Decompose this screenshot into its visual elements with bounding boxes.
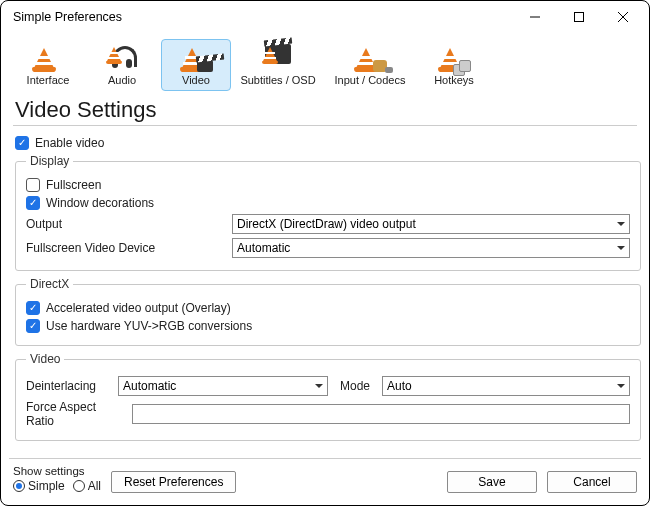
title-bar: Simple Preferences: [1, 1, 649, 33]
fullscreen-device-combobox[interactable]: Automatic: [232, 238, 630, 258]
tab-subtitles[interactable]: Subtitles / OSD: [235, 39, 321, 91]
combo-value: Auto: [387, 379, 412, 393]
deinterlacing-label: Deinterlacing: [26, 379, 112, 393]
jack-icon: [353, 44, 387, 72]
combo-value: Automatic: [123, 379, 176, 393]
maximize-button[interactable]: [557, 2, 601, 32]
enable-video-checkbox[interactable]: Enable video: [15, 136, 641, 150]
mode-label: Mode: [340, 379, 376, 393]
tab-label: Input / Codecs: [328, 74, 412, 86]
tab-interface[interactable]: Interface: [13, 39, 83, 91]
aspect-ratio-input[interactable]: [132, 404, 630, 424]
radio-label: All: [88, 479, 101, 493]
checkbox-label: Window decorations: [46, 196, 154, 210]
category-tabs: Interface Audio Video Subtitles / OSD In…: [1, 33, 649, 91]
video-group: Video Deinterlacing Automatic Mode Auto …: [15, 352, 641, 441]
svg-line-3: [618, 12, 628, 22]
group-legend: Display: [26, 154, 73, 168]
window-decorations-checkbox[interactable]: Window decorations: [26, 196, 630, 210]
clapper-icon: [261, 44, 295, 72]
group-legend: Video: [26, 352, 64, 366]
output-combobox[interactable]: DirectX (DirectDraw) video output: [232, 214, 630, 234]
accelerated-output-checkbox[interactable]: Accelerated video output (Overlay): [26, 301, 630, 315]
tab-video[interactable]: Video: [161, 39, 231, 91]
simple-radio[interactable]: Simple: [13, 479, 65, 493]
minimize-button[interactable]: [513, 2, 557, 32]
yuv-rgb-checkbox[interactable]: Use hardware YUV->RGB conversions: [26, 319, 630, 333]
checkbox-icon: [15, 136, 29, 150]
fullscreen-checkbox[interactable]: Fullscreen: [26, 178, 630, 192]
keycaps-icon: [437, 44, 471, 72]
svg-line-2: [618, 12, 628, 22]
aspect-ratio-label: Force Aspect Ratio: [26, 400, 126, 428]
combo-value: Automatic: [237, 241, 290, 255]
cancel-button[interactable]: Cancel: [547, 471, 637, 493]
chevron-down-icon: [315, 384, 323, 388]
tab-input-codecs[interactable]: Input / Codecs: [325, 39, 415, 91]
radio-icon: [73, 480, 85, 492]
tab-label: Video: [164, 74, 228, 86]
mode-combobox[interactable]: Auto: [382, 376, 630, 396]
chevron-down-icon: [617, 384, 625, 388]
checkbox-icon: [26, 196, 40, 210]
deinterlacing-combobox[interactable]: Automatic: [118, 376, 328, 396]
close-button[interactable]: [601, 2, 645, 32]
divider: [13, 125, 637, 126]
tab-audio[interactable]: Audio: [87, 39, 157, 91]
settings-body[interactable]: Enable video Display Fullscreen Window d…: [1, 132, 649, 458]
fullscreen-device-label: Fullscreen Video Device: [26, 241, 226, 255]
output-label: Output: [26, 217, 226, 231]
checkbox-label: Accelerated video output (Overlay): [46, 301, 231, 315]
tab-label: Audio: [90, 74, 154, 86]
directx-group: DirectX Accelerated video output (Overla…: [15, 277, 641, 346]
display-group: Display Fullscreen Window decorations Ou…: [15, 154, 641, 271]
save-button[interactable]: Save: [447, 471, 537, 493]
radio-label: Simple: [28, 479, 65, 493]
cone-icon: [31, 44, 65, 72]
checkbox-label: Use hardware YUV->RGB conversions: [46, 319, 252, 333]
reset-preferences-button[interactable]: Reset Preferences: [111, 471, 236, 493]
checkbox-icon: [26, 178, 40, 192]
chevron-down-icon: [617, 222, 625, 226]
checkbox-label: Fullscreen: [46, 178, 101, 192]
show-settings-label: Show settings: [13, 465, 101, 477]
combo-value: DirectX (DirectDraw) video output: [237, 217, 416, 231]
chevron-down-icon: [617, 246, 625, 250]
checkbox-icon: [26, 301, 40, 315]
tab-label: Interface: [16, 74, 80, 86]
radio-icon: [13, 480, 25, 492]
group-legend: DirectX: [26, 277, 73, 291]
footer-bar: Show settings Simple All Reset Preferenc…: [9, 458, 641, 501]
checkbox-icon: [26, 319, 40, 333]
page-title: Video Settings: [15, 97, 637, 123]
tab-label: Subtitles / OSD: [238, 74, 318, 86]
checkbox-label: Enable video: [35, 136, 104, 150]
tab-hotkeys[interactable]: Hotkeys: [419, 39, 489, 91]
all-radio[interactable]: All: [73, 479, 101, 493]
clapper-icon: [179, 44, 213, 72]
window-title: Simple Preferences: [13, 10, 122, 24]
svg-rect-1: [575, 13, 584, 22]
show-settings-group: Show settings Simple All: [13, 465, 101, 493]
headphones-icon: [105, 44, 139, 72]
